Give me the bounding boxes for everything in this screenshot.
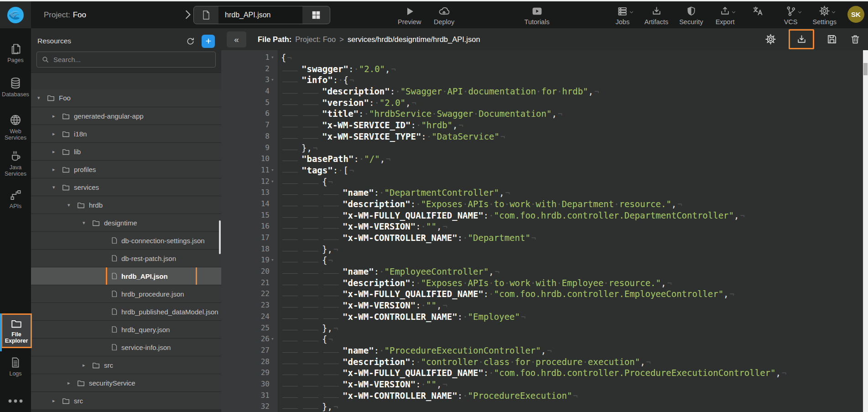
search-icon: [42, 56, 49, 63]
trash-icon: [850, 33, 861, 45]
refresh-icon[interactable]: [186, 37, 195, 46]
fold-arrow-icon[interactable]: ▾: [270, 255, 277, 266]
topbar-tutorials-button[interactable]: Tutorials: [525, 5, 550, 26]
tree-item-hrdb_procedure.json[interactable]: hrdb_procedure.json: [31, 285, 221, 302]
fold-arrow-icon[interactable]: ▾: [270, 165, 277, 176]
logo-tile[interactable]: [0, 1, 31, 28]
tree-item-designtime[interactable]: ▾designtime: [31, 214, 221, 231]
search-input[interactable]: [53, 56, 211, 63]
tree-folder-icon: [92, 361, 100, 369]
pages-icon: [10, 43, 22, 55]
chevron-down-icon: [831, 8, 837, 16]
line-number: 19: [221, 255, 270, 266]
expand-arrow-icon[interactable]: ▾: [68, 202, 74, 208]
video-icon: [531, 5, 543, 17]
code-line: 21"description":·"Exposes·APIs·to·work·w…: [221, 277, 868, 289]
open-file-tab[interactable]: hrdb_API.json: [193, 6, 330, 24]
rail-item-pages[interactable]: Pages: [0, 40, 31, 66]
rail-item-apis[interactable]: APIs: [0, 186, 31, 212]
chevron-down-icon: [629, 8, 634, 16]
editor-toolbar: [764, 28, 861, 50]
fold-arrow-icon[interactable]: ▾: [270, 74, 277, 86]
code-line: 1▾{: [221, 52, 868, 63]
topbar-deploy-button[interactable]: Deploy: [433, 5, 455, 26]
topbar-security-button[interactable]: Security: [679, 5, 703, 26]
tree-scrollbar[interactable]: [219, 220, 221, 254]
tree-item-i18n[interactable]: ▸i18n: [31, 125, 221, 142]
tree-folder-icon: [62, 148, 70, 156]
code-line: 2"swagger":·"2.0",: [221, 63, 868, 75]
tree-file-icon: [111, 290, 118, 298]
line-number: 5: [221, 97, 270, 109]
rail-item-web-services[interactable]: WebServices: [0, 111, 31, 144]
expand-arrow-icon[interactable]: ▸: [83, 362, 89, 368]
delete-button[interactable]: [850, 33, 861, 45]
tree-item-securityService[interactable]: ▸securityService: [31, 374, 221, 391]
topbar-preview-button[interactable]: Preview: [398, 5, 421, 26]
expand-arrow-icon[interactable]: ▾: [52, 184, 59, 190]
resources-tree: ▾Foo ▸generated-angular-app ▸i18n ▸lib ▸…: [31, 73, 221, 409]
expand-arrow-icon[interactable]: ▸: [52, 167, 59, 172]
tree-item-generated-angular-app[interactable]: ▸generated-angular-app: [31, 107, 221, 125]
chevron-down-icon: [731, 8, 737, 16]
collapse-panel-button[interactable]: «: [227, 31, 246, 47]
fold-arrow-icon[interactable]: ▾: [270, 176, 277, 188]
topbar-jobs-button[interactable]: Jobs: [612, 5, 634, 26]
rail-item-more[interactable]: [0, 396, 31, 406]
tree-item-db-connection-settings.json[interactable]: db-connection-settings.json: [31, 231, 221, 249]
expand-arrow-icon[interactable]: ▸: [52, 113, 59, 119]
line-number: 21: [221, 277, 270, 289]
grid-icon[interactable]: [302, 6, 330, 24]
expand-arrow-icon[interactable]: ▾: [83, 220, 89, 226]
rail-item-logs[interactable]: Logs: [0, 354, 31, 380]
download-button[interactable]: [789, 29, 814, 49]
rail-item-file-explorer[interactable]: FileExplorer: [1, 313, 32, 348]
topbar-i18n-button[interactable]: I18N: [747, 5, 769, 17]
tree-item-src[interactable]: ▸src: [31, 356, 221, 374]
settings-button[interactable]: [764, 33, 777, 45]
tree-item-hrdb_API.json[interactable]: hrdb_API.json: [31, 267, 221, 285]
tree-item-services[interactable]: ▾services: [31, 178, 221, 196]
tree-item-Foo[interactable]: ▾Foo: [31, 89, 221, 107]
left-rail: Pages Databases WebServices JavaServices…: [0, 28, 31, 412]
expand-arrow-icon[interactable]: ▸: [52, 131, 59, 137]
double-chevron-left-icon: «: [234, 35, 239, 45]
editor-scrollbar-thumb[interactable]: [863, 63, 868, 75]
fold-arrow-icon[interactable]: ▾: [270, 334, 277, 345]
logs-icon: [10, 356, 21, 369]
tree-item-hrdb[interactable]: ▾hrdb: [31, 196, 221, 214]
rail-item-java-services[interactable]: JavaServices: [0, 147, 31, 180]
topbar-export-button[interactable]: Export: [714, 5, 736, 26]
line-number: 25: [221, 323, 270, 334]
tree-item-lib[interactable]: ▸lib: [31, 142, 221, 160]
tree-item-src[interactable]: ▸src: [31, 391, 221, 409]
tree-item-profiles[interactable]: ▸profiles: [31, 160, 221, 178]
save-button[interactable]: [826, 33, 838, 45]
fold-arrow-icon[interactable]: ▾: [270, 52, 277, 63]
editor-scrollbar[interactable]: [863, 50, 868, 412]
tray-up-icon: [719, 5, 731, 17]
add-resource-button[interactable]: [202, 35, 215, 48]
tree-file-icon: [111, 308, 118, 316]
topbar-artifacts-button[interactable]: Artifacts: [645, 5, 668, 26]
breadcrumb-chevron-icon[interactable]: [182, 9, 193, 21]
expand-arrow-icon[interactable]: ▾: [37, 95, 44, 101]
tree-item-service-info.json[interactable]: service-info.json: [31, 338, 221, 356]
expand-arrow-icon[interactable]: ▸: [52, 398, 59, 404]
rail-item-databases[interactable]: Databases: [0, 74, 31, 100]
tree-item-db-rest-patch.json[interactable]: db-rest-patch.json: [31, 249, 221, 267]
code-line: 18},: [221, 244, 868, 255]
topbar-vcs-button[interactable]: VCS: [780, 5, 802, 26]
expand-arrow-icon[interactable]: ▸: [68, 380, 74, 386]
tree-item-hrdb_query.json[interactable]: hrdb_query.json: [31, 320, 221, 338]
tree-item-hrdb_published_dataModel.json[interactable]: hrdb_published_dataModel.json: [31, 302, 221, 320]
tree-folder-icon: [62, 397, 70, 405]
topbar-settings-button[interactable]: Settings: [813, 5, 837, 26]
tree-file-icon: [111, 343, 118, 351]
user-avatar[interactable]: SK: [847, 6, 864, 23]
tree-file-icon: [111, 236, 118, 245]
line-number: 13: [221, 187, 270, 198]
expand-arrow-icon[interactable]: ▸: [52, 149, 59, 155]
code-editor[interactable]: 1▾{2"swagger":·"2.0",3▾"info":·{4"descri…: [221, 50, 868, 412]
topbar-center-actions: Preview Deploy Tutorials: [398, 5, 550, 26]
